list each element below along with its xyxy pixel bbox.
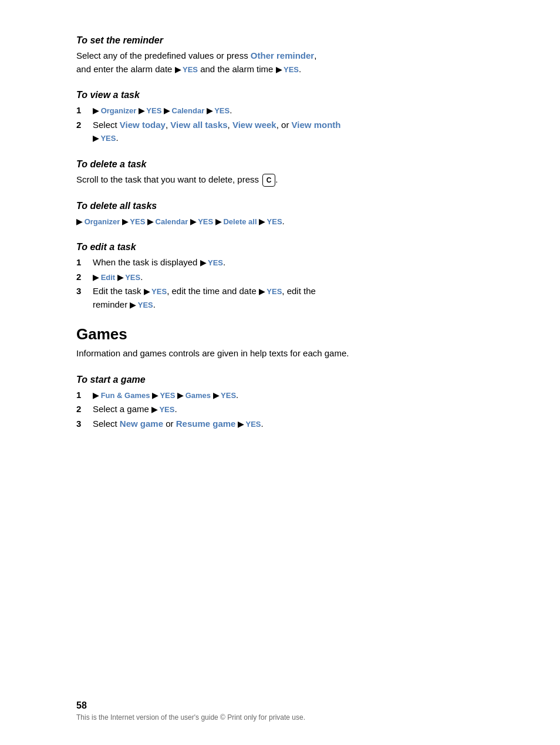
vt-arrow4: ▶: [204, 106, 214, 115]
vt-yes3: YES: [100, 134, 116, 143]
footer-copyright: This is the Internet version of the user…: [76, 713, 484, 722]
vt-period2: .: [116, 133, 118, 143]
sg-select-game: Select a game: [93, 404, 151, 414]
dat-arrow2: ▶: [120, 217, 130, 226]
arrow1: ▶: [175, 65, 183, 74]
et-arrow3: ▶: [115, 273, 125, 282]
start-game-item-2: Select a game ▶ YES.: [76, 403, 484, 416]
start-game-title: To start a game: [76, 375, 484, 385]
delete-all-tasks-title: To delete all tasks: [76, 201, 484, 211]
sg-arrow4: ▶: [211, 391, 221, 400]
et-arrow1: ▶: [200, 258, 208, 267]
set-reminder-section: To set the reminder Select any of the pr…: [76, 35, 484, 76]
et-text1: When the task is displayed: [93, 257, 200, 267]
et-period2: .: [140, 272, 143, 282]
delete-task-period: .: [275, 174, 278, 184]
footer: 58 This is the Internet version of the u…: [76, 700, 484, 722]
view-task-item-2: Select View today, View all tasks, View …: [76, 119, 484, 145]
vt-sep3: , or: [276, 120, 292, 130]
sg-period2: .: [174, 404, 177, 414]
delete-task-section: To delete a task Scroll to the task that…: [76, 159, 484, 187]
sg-arrow2: ▶: [150, 391, 160, 400]
view-task-title: To view a task: [76, 90, 484, 100]
calendar-nav: Calendar: [172, 106, 205, 115]
period1: .: [299, 64, 301, 74]
edit-task-item-3: Edit the task ▶ YES, edit the time and d…: [76, 285, 484, 311]
sg-yes4: YES: [245, 420, 261, 429]
dat-yes1: YES: [130, 217, 145, 226]
edit-task-item-2: ▶ Edit ▶ YES.: [76, 271, 484, 284]
view-task-item-2-content: Select View today, View all tasks, View …: [93, 119, 484, 145]
delete-all-tasks-section: To delete all tasks ▶ Organizer ▶ YES ▶ …: [76, 201, 484, 228]
edit-task-title: To edit a task: [76, 242, 484, 252]
games-section: Games Information and games controls are…: [76, 325, 484, 360]
sg-arrow5: ▶: [151, 405, 159, 414]
et-arrow2: ▶: [93, 273, 101, 282]
start-game-item-3-content: Select New game or Resume game ▶ YES.: [93, 417, 484, 431]
edit-task-item-2-content: ▶ Edit ▶ YES.: [93, 271, 484, 284]
delete-all-tasks-body: ▶ Organizer ▶ YES ▶ Calendar ▶ YES ▶ Del…: [76, 215, 484, 228]
sg-games-nav: Games: [185, 391, 211, 400]
dat-period: .: [282, 216, 285, 226]
vt-sep2: ,: [228, 120, 232, 130]
games-body: Information and games controls are given…: [76, 347, 484, 360]
dat-arrow5: ▶: [213, 217, 223, 226]
dat-arrow6: ▶: [257, 217, 267, 226]
set-reminder-title: To set the reminder: [76, 35, 484, 46]
edit-task-item-3-content: Edit the task ▶ YES, edit the time and d…: [93, 285, 484, 311]
dat-yes3: YES: [267, 217, 282, 226]
view-task-item-1: ▶ Organizer ▶ YES ▶ Calendar ▶ YES.: [76, 104, 484, 117]
organizer-nav: Organizer: [101, 106, 137, 115]
et-yes1: YES: [208, 258, 223, 267]
view-all-tasks: View all tasks: [170, 120, 227, 130]
dat-arrow1: ▶: [76, 217, 85, 226]
vt-arrow3: ▶: [161, 106, 171, 115]
delete-task-body: Scroll to the task that you want to dele…: [76, 173, 484, 187]
other-reminder-link: Other reminder: [251, 50, 314, 60]
view-today: View today: [120, 120, 166, 130]
et-text4: , edit the time and date: [167, 286, 259, 296]
set-reminder-body: Select any of the predefined values or p…: [76, 49, 484, 76]
games-title: Games: [76, 325, 484, 343]
set-reminder-comma: ,: [314, 50, 316, 60]
et-arrow6: ▶: [130, 301, 137, 309]
sg-fun-games: Fun & Games: [101, 391, 150, 400]
et-edit-nav: Edit: [101, 273, 116, 282]
et-text5: , edit the: [282, 286, 316, 296]
vt-yes1: YES: [146, 106, 161, 115]
edit-task-item-1: When the task is displayed ▶ YES.: [76, 256, 484, 269]
delete-task-title: To delete a task: [76, 159, 484, 170]
c-button: C: [262, 174, 275, 187]
sg-period1: .: [236, 390, 238, 400]
et-arrow5: ▶: [259, 287, 266, 296]
start-game-item-1-content: ▶ Fun & Games ▶ YES ▶ Games ▶ YES.: [93, 389, 484, 402]
start-game-item-2-content: Select a game ▶ YES.: [93, 403, 484, 416]
vt-period: .: [230, 105, 232, 115]
dat-calendar: Calendar: [156, 217, 188, 226]
sg-arrow1: ▶: [93, 391, 101, 400]
et-period3: .: [153, 299, 156, 309]
start-game-item-3: Select New game or Resume game ▶ YES.: [76, 417, 484, 431]
et-yes5: YES: [138, 301, 153, 309]
yes2: YES: [284, 65, 299, 74]
dat-arrow3: ▶: [145, 217, 155, 226]
edit-task-list: When the task is displayed ▶ YES. ▶ Edit…: [76, 256, 484, 311]
vt-select-text: Select: [93, 120, 120, 130]
et-yes2: YES: [125, 273, 140, 282]
edit-task-item-1-content: When the task is displayed ▶ YES.: [93, 256, 484, 269]
view-task-item-1-content: ▶ Organizer ▶ YES ▶ Calendar ▶ YES.: [93, 104, 484, 117]
view-task-list: ▶ Organizer ▶ YES ▶ Calendar ▶ YES. Sele…: [76, 104, 484, 145]
vt-arrow1: ▶: [93, 106, 101, 115]
start-game-item-1: ▶ Fun & Games ▶ YES ▶ Games ▶ YES.: [76, 389, 484, 402]
et-arrow4: ▶: [144, 287, 151, 296]
sg-select-text: Select: [93, 419, 120, 429]
dat-arrow4: ▶: [188, 217, 198, 226]
edit-task-section: To edit a task When the task is displaye…: [76, 242, 484, 311]
view-week: View week: [232, 120, 276, 130]
sg-arrow3: ▶: [175, 391, 185, 400]
dat-yes2: YES: [198, 217, 213, 226]
new-game: New game: [120, 419, 163, 429]
sg-period3: .: [261, 419, 263, 429]
sg-or: or: [163, 419, 176, 429]
set-reminder-text1: Select any of the predefined values or p…: [76, 50, 251, 60]
